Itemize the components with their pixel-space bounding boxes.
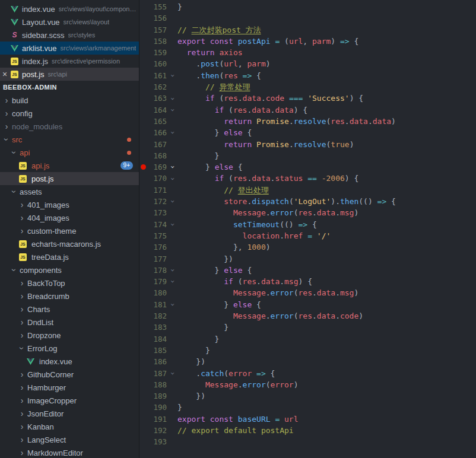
code-line[interactable]: 167 return Promise.resolve(true) xyxy=(139,139,476,150)
tree-item[interactable]: ›src xyxy=(0,133,139,146)
code-line-text[interactable]: } xyxy=(177,150,219,161)
tree-item[interactable]: ›config xyxy=(0,107,139,120)
tree-item[interactable]: ›Kanban xyxy=(0,420,139,433)
fold-chevron-icon[interactable]: › xyxy=(169,300,177,309)
line-number[interactable]: 156 xyxy=(147,12,169,24)
chevron-right-icon[interactable]: › xyxy=(18,305,26,313)
fold-chevron-icon[interactable]: › xyxy=(169,369,177,378)
code-line[interactable]: 164› if (res.data.data) { xyxy=(139,104,476,116)
code-line[interactable]: 182 Message.error(res.data.code) xyxy=(139,310,476,322)
code-line-text[interactable]: } else { xyxy=(177,127,252,138)
tree-item[interactable]: ›Charts xyxy=(0,303,139,316)
code-line[interactable]: 183 } xyxy=(139,322,476,333)
code-line-text[interactable]: if (res.data.data) { xyxy=(177,104,307,116)
code-line-text[interactable]: // export default postApi xyxy=(177,425,294,436)
line-number[interactable]: 181 xyxy=(147,299,169,310)
code-line-text[interactable]: if (res.data.code === 'Success') { xyxy=(177,93,363,104)
code-line[interactable]: 170› if (res.data.status == -2006) { xyxy=(139,173,476,184)
tree-item[interactable]: ›assets xyxy=(0,185,139,198)
fold-chevron-icon[interactable]: › xyxy=(169,163,177,171)
code-line[interactable]: 171 // 登出处理 xyxy=(139,185,476,196)
tree-item[interactable]: ›build xyxy=(0,94,139,107)
code-line-text[interactable]: Message.error(res.data.code) xyxy=(177,310,363,322)
line-number[interactable]: 169 xyxy=(147,161,169,173)
line-number[interactable]: 155 xyxy=(147,1,169,12)
code-line-text[interactable]: }) xyxy=(177,356,205,367)
code-line-text[interactable]: } xyxy=(177,345,210,356)
fold-chevron-icon[interactable]: › xyxy=(169,266,177,275)
code-line-text[interactable]: } else { xyxy=(177,299,261,310)
chevron-down-icon[interactable]: › xyxy=(10,187,18,196)
code-line[interactable]: 188 Message.error(error) xyxy=(139,379,476,390)
line-number[interactable]: 193 xyxy=(147,436,169,447)
line-number[interactable]: 161 xyxy=(147,70,169,81)
line-number[interactable]: 184 xyxy=(147,333,169,345)
tree-item[interactable]: ›GithubCorner xyxy=(0,368,139,381)
tree-item[interactable]: ›BackToTop xyxy=(0,276,139,290)
code-line[interactable]: 163› if (res.data.code === 'Success') { xyxy=(139,93,476,104)
open-editor-item[interactable]: arklist.vuesrc\views\arkmanagement xyxy=(0,42,139,55)
line-number[interactable]: 179 xyxy=(147,276,169,287)
code-line-text[interactable]: }) xyxy=(177,390,205,402)
line-number[interactable]: 175 xyxy=(147,230,169,241)
tree-item[interactable]: ›ImageCropper xyxy=(0,394,139,407)
chevron-right-icon[interactable]: › xyxy=(18,318,26,326)
chevron-right-icon[interactable]: › xyxy=(2,122,11,131)
fold-chevron-icon[interactable]: › xyxy=(169,277,177,286)
chevron-down-icon[interactable]: › xyxy=(10,266,18,274)
line-number[interactable]: 171 xyxy=(147,185,169,196)
code-line-text[interactable]: return axios xyxy=(177,47,243,58)
line-number[interactable]: 172 xyxy=(147,196,169,207)
tree-item[interactable]: index.vue xyxy=(0,355,139,368)
tree-item[interactable]: ›JsonEditor xyxy=(0,407,139,420)
code-line-text[interactable]: if (res.data.msg) { xyxy=(177,276,312,287)
code-line[interactable]: 187› .catch(error => { xyxy=(139,368,476,379)
code-line-text[interactable]: setTimeout(() => { xyxy=(177,219,317,230)
code-line-text[interactable]: Message.error(res.data.msg) xyxy=(177,207,358,218)
code-line[interactable]: 186 }) xyxy=(139,356,476,367)
code-line-text[interactable]: } xyxy=(177,322,229,333)
code-line[interactable]: 175 location.href = '/' xyxy=(139,230,476,241)
close-icon[interactable]: × xyxy=(0,69,9,79)
code-line[interactable]: 174› setTimeout(() => { xyxy=(139,219,476,230)
code-line[interactable]: 172› store.dispatch('LogOut').then(() =>… xyxy=(139,196,476,207)
code-line-text[interactable]: .post(url, parm) xyxy=(177,58,271,69)
line-number[interactable]: 190 xyxy=(147,402,169,413)
tree-item[interactable]: ›components xyxy=(0,263,139,276)
code-line-text[interactable]: .then(res => { xyxy=(177,70,261,81)
line-number[interactable]: 183 xyxy=(147,322,169,333)
tree-item[interactable]: ›DndList xyxy=(0,316,139,329)
line-number[interactable]: 176 xyxy=(147,241,169,253)
chevron-right-icon[interactable]: › xyxy=(18,422,26,431)
tree-item[interactable]: ›api xyxy=(0,146,139,159)
chevron-down-icon[interactable]: › xyxy=(2,135,11,144)
code-line[interactable]: 162 // 异常处理 xyxy=(139,81,476,93)
fold-chevron-icon[interactable]: › xyxy=(169,128,177,137)
code-line-text[interactable]: } xyxy=(177,333,219,345)
chevron-down-icon[interactable]: › xyxy=(10,148,18,157)
code-line[interactable]: 185 } xyxy=(139,345,476,356)
tree-item[interactable]: ›Breadcrumb xyxy=(0,290,139,303)
code-line[interactable]: 189 }) xyxy=(139,390,476,402)
code-line[interactable]: 155} xyxy=(139,1,476,12)
chevron-right-icon[interactable]: › xyxy=(18,292,26,300)
code-line-text[interactable]: return Promise.resolve(true) xyxy=(177,139,354,150)
fold-chevron-icon[interactable]: › xyxy=(169,174,177,183)
line-number[interactable]: 186 xyxy=(147,356,169,367)
line-number[interactable]: 160 xyxy=(147,58,169,69)
line-number[interactable]: 178 xyxy=(147,265,169,276)
code-line[interactable]: 190} xyxy=(139,402,476,413)
code-line[interactable]: 157// 二次封装post 方法 xyxy=(139,24,476,36)
project-section-header[interactable]: BEEBOX-ADMIN xyxy=(0,81,139,94)
chevron-right-icon[interactable]: › xyxy=(18,383,26,392)
code-line-text[interactable]: // 异常处理 xyxy=(177,81,250,93)
code-line[interactable]: 181› } else { xyxy=(139,299,476,310)
line-number[interactable]: 182 xyxy=(147,310,169,322)
code-line-text[interactable]: location.href = '/' xyxy=(177,230,331,241)
tree-item[interactable]: ›Dropzone xyxy=(0,329,139,342)
line-number[interactable]: 185 xyxy=(147,345,169,356)
code-line[interactable]: 184 } xyxy=(139,333,476,345)
code-line[interactable]: 166› } else { xyxy=(139,127,476,138)
fold-chevron-icon[interactable]: › xyxy=(169,220,177,229)
code-line[interactable]: 168 } xyxy=(139,150,476,161)
